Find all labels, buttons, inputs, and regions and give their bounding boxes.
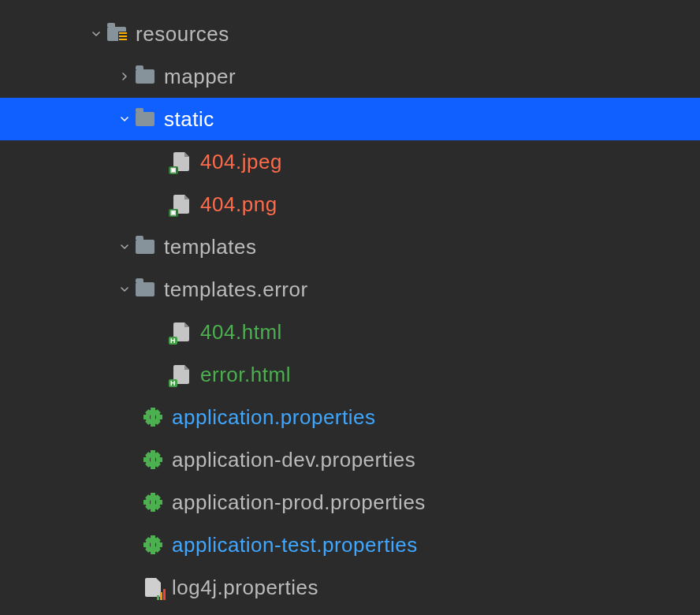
tree-item-templates[interactable]: templates	[0, 226, 700, 268]
tree-item-label: 404.png	[200, 192, 277, 217]
chevron-down-icon[interactable]	[87, 29, 106, 39]
tree-item-label: resources	[136, 22, 229, 47]
html-file-icon: H	[170, 363, 192, 386]
chevron-right-icon[interactable]	[115, 72, 134, 81]
tree-item-label: application-test.properties	[172, 533, 418, 557]
log4j-file-icon	[142, 576, 164, 598]
properties-file-icon	[142, 534, 164, 556]
tree-item-label: 404.html	[200, 320, 282, 345]
tree-item-label: templates	[164, 235, 256, 259]
properties-file-icon	[142, 406, 164, 428]
folder-icon	[134, 278, 156, 300]
tree-item-error-html[interactable]: Herror.html	[0, 353, 700, 396]
html-file-icon: H	[170, 321, 192, 343]
folder-icon	[134, 65, 156, 88]
image-file-icon: ▣	[170, 151, 192, 173]
tree-item-label: error.html	[200, 363, 291, 387]
tree-item-label: templates.error	[164, 278, 308, 302]
tree-item-label: application-prod.properties	[172, 490, 426, 515]
tree-item-label: mapper	[164, 65, 236, 89]
tree-item-app-prod-props[interactable]: application-prod.properties	[0, 481, 700, 524]
tree-item-label: 404.jpeg	[200, 150, 282, 174]
tree-item-app-test-props[interactable]: application-test.properties	[0, 524, 700, 566]
tree-item-label: application.properties	[172, 405, 376, 430]
chevron-down-icon[interactable]	[115, 285, 134, 294]
image-file-icon: ▣	[170, 193, 192, 215]
properties-file-icon	[142, 449, 164, 471]
project-tree[interactable]: resourcesmapperstatic▣404.jpeg▣404.pngte…	[0, 13, 700, 609]
tree-item-templates-error[interactable]: templates.error	[0, 268, 700, 311]
chevron-down-icon[interactable]	[115, 242, 134, 252]
tree-item-app-dev-props[interactable]: application-dev.properties	[0, 438, 700, 481]
tree-item-404-jpeg[interactable]: ▣404.jpeg	[0, 140, 700, 183]
tree-item-app-props[interactable]: application.properties	[0, 396, 700, 438]
tree-item-log4j-props[interactable]: log4j.properties	[0, 566, 700, 609]
folder-icon	[134, 108, 156, 130]
tree-item-mapper[interactable]: mapper	[0, 55, 700, 98]
resources-folder-icon	[106, 23, 128, 45]
tree-item-static[interactable]: static	[0, 98, 700, 140]
chevron-down-icon[interactable]	[115, 114, 134, 124]
tree-item-404-html[interactable]: H404.html	[0, 311, 700, 353]
tree-item-label: application-dev.properties	[172, 448, 415, 472]
tree-item-label: log4j.properties	[172, 576, 318, 600]
properties-file-icon	[142, 491, 164, 513]
tree-item-resources[interactable]: resources	[0, 13, 700, 55]
folder-icon	[134, 236, 156, 258]
tree-item-label: static	[164, 107, 214, 132]
tree-item-404-png[interactable]: ▣404.png	[0, 183, 700, 226]
